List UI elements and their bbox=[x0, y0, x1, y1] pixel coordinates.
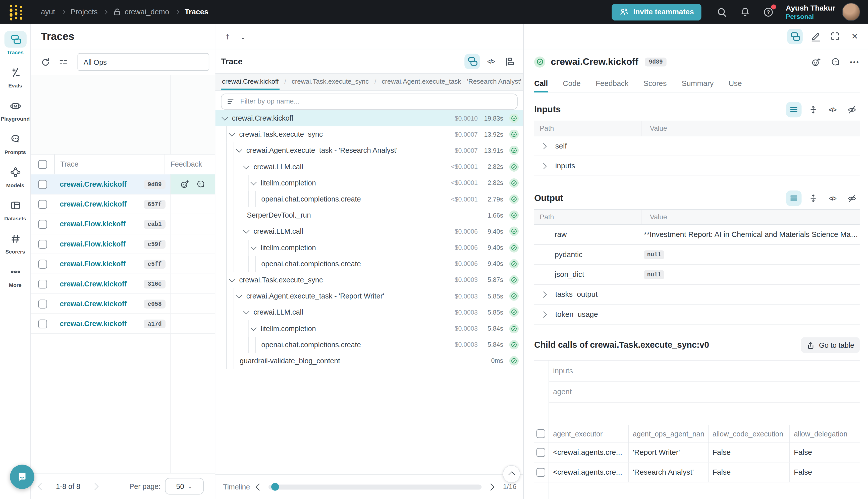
tab-code[interactable]: Code bbox=[563, 74, 581, 92]
timeline-next-icon[interactable] bbox=[487, 483, 494, 490]
collapse-node-icon[interactable] bbox=[236, 147, 243, 153]
prev-page-icon[interactable] bbox=[38, 483, 45, 490]
more-options-icon[interactable]: ••• bbox=[850, 59, 860, 65]
trace-link[interactable]: crewai.Crew.kickoff bbox=[60, 320, 127, 328]
list-view-icon[interactable] bbox=[786, 191, 802, 206]
user-menu[interactable]: Ayush Thakur Personal bbox=[786, 3, 835, 20]
trace-link[interactable]: crewai.Crew.kickoff bbox=[60, 280, 127, 288]
tree-node[interactable]: openai.chat.completions.create$0.00069.4… bbox=[215, 256, 523, 272]
timeline-slider[interactable] bbox=[268, 484, 482, 489]
collapse-node-icon[interactable] bbox=[229, 276, 235, 282]
collapse-node-icon[interactable] bbox=[250, 179, 257, 185]
code-view-toggle[interactable]: </> bbox=[483, 53, 499, 69]
column-header[interactable]: agent_ops_agent_nan bbox=[629, 425, 708, 442]
tree-node[interactable]: openai.chat.completions.create$0.00035.8… bbox=[215, 337, 523, 353]
comment-icon[interactable] bbox=[196, 179, 205, 189]
tree-node[interactable]: crewai.Task.execute_sync$0.00035.87s bbox=[215, 272, 523, 288]
table-row[interactable]: crewai.Flow.kickoffc59f bbox=[31, 234, 215, 254]
sidebar-item-more[interactable]: More bbox=[0, 264, 30, 297]
trace-link[interactable]: crewai.Flow.kickoff bbox=[60, 260, 126, 268]
tab-feedback[interactable]: Feedback bbox=[596, 74, 629, 92]
table-row[interactable]: <crewai.agents.cre... 'Report Writer' Fa… bbox=[534, 442, 860, 462]
table-row[interactable]: crewai.Flow.kickoffc5ff bbox=[31, 254, 215, 274]
path-tab[interactable]: crewai.Agent.execute_task - 'Research An… bbox=[381, 74, 522, 90]
close-icon[interactable]: ✕ bbox=[847, 29, 863, 44]
tree-node[interactable]: crewai.Crew.kickoff$0.001019.83s bbox=[215, 110, 523, 126]
comment-icon[interactable] bbox=[831, 57, 841, 67]
table-row[interactable]: crewai.Crew.kickoff657f bbox=[31, 194, 215, 214]
sidebar-item-prompts[interactable]: Prompts bbox=[0, 131, 30, 164]
collapse-timeline-button[interactable] bbox=[503, 465, 520, 483]
next-page-icon[interactable] bbox=[91, 483, 98, 490]
feedback-column-header[interactable]: Feedback bbox=[164, 155, 215, 174]
row-checkbox[interactable] bbox=[38, 299, 47, 308]
invite-teammates-button[interactable]: Invite teammates bbox=[611, 3, 702, 20]
trace-link[interactable]: crewai.Crew.kickoff bbox=[60, 180, 127, 188]
column-header[interactable]: allow_delegation bbox=[790, 425, 860, 442]
hide-values-icon[interactable] bbox=[844, 191, 860, 206]
expand-row-icon[interactable] bbox=[541, 143, 547, 149]
expand-row-icon[interactable] bbox=[541, 163, 547, 169]
row-checkbox[interactable] bbox=[38, 200, 47, 208]
table-row[interactable]: crewai.Flow.kickoffeab1 bbox=[31, 214, 215, 234]
row-checkbox[interactable] bbox=[536, 448, 545, 457]
table-row[interactable]: pydanticnull bbox=[534, 245, 860, 265]
row-checkbox[interactable] bbox=[38, 180, 47, 188]
trace-link[interactable]: crewai.Crew.kickoff bbox=[60, 200, 127, 208]
row-checkbox[interactable] bbox=[38, 240, 47, 248]
fullscreen-icon[interactable] bbox=[827, 29, 843, 44]
tree-node[interactable]: litellm.completion$0.00035.84s bbox=[215, 320, 523, 337]
select-all-checkbox[interactable] bbox=[536, 429, 545, 438]
breadcrumb-org[interactable]: ayut bbox=[41, 8, 55, 16]
tab-scores[interactable]: Scores bbox=[644, 74, 667, 92]
table-row[interactable]: crewai.Crew.kickoff316c bbox=[31, 274, 215, 294]
table-row[interactable]: crewai.Crew.kickoffe058 bbox=[31, 294, 215, 314]
add-reaction-icon[interactable] bbox=[180, 179, 189, 189]
path-tab[interactable]: crewai.Task.execute_sync bbox=[290, 74, 370, 90]
help-icon[interactable]: ? bbox=[763, 6, 774, 17]
row-checkbox[interactable] bbox=[38, 319, 47, 328]
tab-call[interactable]: Call bbox=[534, 74, 548, 92]
tree-node[interactable]: openai.chat.completions.create<$0.00012.… bbox=[215, 191, 523, 207]
table-row[interactable]: inputs bbox=[534, 156, 860, 176]
sidebar-item-traces[interactable]: Traces bbox=[0, 31, 30, 64]
collapse-node-icon[interactable] bbox=[250, 324, 257, 331]
tree-node[interactable]: crewai.Task.execute_sync$0.000713.92s bbox=[215, 126, 523, 143]
code-view-icon[interactable]: </> bbox=[825, 102, 840, 118]
sidebar-item-datasets[interactable]: Datasets bbox=[0, 197, 30, 230]
chat-support-button[interactable] bbox=[10, 465, 34, 489]
expand-rows-icon[interactable] bbox=[805, 191, 821, 206]
sidebar-item-evals[interactable]: Evals bbox=[0, 64, 30, 97]
code-view-icon[interactable]: </> bbox=[825, 191, 840, 206]
table-row[interactable]: json_dictnull bbox=[534, 265, 860, 285]
row-checkbox[interactable] bbox=[38, 259, 47, 268]
list-view-icon[interactable] bbox=[786, 102, 802, 118]
collapse-node-icon[interactable] bbox=[243, 308, 249, 315]
tree-node[interactable]: crewai.Agent.execute_task - 'Research An… bbox=[215, 143, 523, 159]
sidebar-item-playground[interactable]: Playground bbox=[0, 97, 30, 131]
trace-link[interactable]: crewai.Flow.kickoff bbox=[60, 240, 126, 248]
notifications-bell-icon[interactable] bbox=[740, 6, 751, 17]
column-header[interactable]: allow_code_execution bbox=[708, 425, 790, 442]
filter-columns-icon[interactable] bbox=[55, 54, 71, 70]
row-checkbox[interactable] bbox=[38, 220, 47, 228]
expand-rows-icon[interactable] bbox=[805, 102, 821, 118]
collapse-node-icon[interactable] bbox=[243, 227, 249, 234]
table-row[interactable]: <crewai.agents.cre... 'Research Analyst'… bbox=[534, 462, 860, 482]
collapse-node-icon[interactable] bbox=[243, 163, 249, 169]
tree-node[interactable]: litellm.completion$0.00069.40s bbox=[215, 240, 523, 256]
wandb-logo[interactable] bbox=[7, 2, 26, 21]
row-checkbox[interactable] bbox=[536, 467, 545, 476]
tree-node[interactable]: SerperDevTool._run1.66s bbox=[215, 207, 523, 223]
avatar[interactable] bbox=[842, 3, 860, 21]
op-name-filter-input[interactable] bbox=[239, 97, 512, 106]
path-tab[interactable]: crewai.Crew.kickoff bbox=[221, 74, 280, 90]
breadcrumb-projects[interactable]: Projects bbox=[71, 8, 98, 16]
expand-row-icon[interactable] bbox=[541, 311, 547, 317]
tab-use[interactable]: Use bbox=[729, 74, 742, 92]
breadcrumb-project[interactable]: crewai_demo bbox=[125, 8, 169, 16]
table-row[interactable]: token_usage bbox=[534, 305, 860, 324]
tree-node[interactable]: crewai.LLM.call$0.00069.40s bbox=[215, 223, 523, 240]
tree-view-toggle[interactable] bbox=[464, 53, 480, 69]
trace-link[interactable]: crewai.Crew.kickoff bbox=[60, 300, 127, 308]
